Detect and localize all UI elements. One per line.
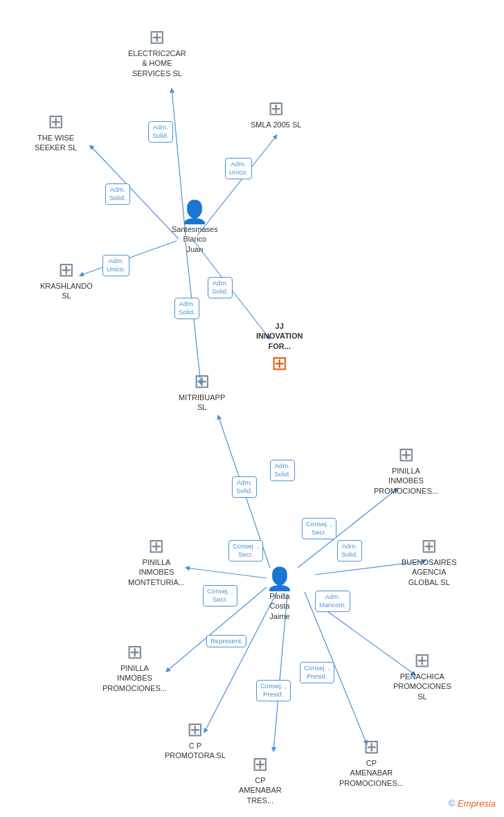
diagram-container: ⊞ ELECTRIC2CAR& HOMESERVICES SL ⊞ SMLA 2… [0, 0, 504, 817]
building-icon-penachica: ⊞ [414, 651, 430, 670]
badge-adm-mancom: Adm.Mancom. [315, 591, 350, 612]
brand-name: Empresia [458, 798, 496, 809]
badge-adm-solid-2: Adm.Solid. [105, 183, 130, 205]
label-cpamenabar-promo: CPAMENABARPROMOCIONES... [339, 758, 404, 788]
copyright-symbol: © [449, 798, 456, 809]
label-pinilla-mont: PINILLAINMOBESMONTETURIA... [128, 557, 185, 587]
building-icon-pinilla-bot: ⊞ [127, 643, 143, 662]
badge-consej-secr-1: Consej. ,Secr. [302, 518, 336, 539]
node-smla2005: ⊞ SMLA 2005 SL [251, 99, 301, 129]
building-icon-cpamenabar-tres: ⊞ [252, 755, 268, 774]
building-icon-electric2car: ⊞ [149, 28, 165, 47]
label-penachica: PEÑACHICAPROMOCIONESSL [393, 672, 451, 701]
building-icon-pinilla-mont: ⊞ [148, 537, 164, 556]
node-santesmases: 👤 SantesmasesBlancoJuan [172, 201, 218, 254]
label-mitribuapp: MITRIBUAPPSL [179, 393, 225, 413]
label-jjinnovation-text: JJINNOVATIONFOR... [256, 321, 303, 351]
label-smla2005: SMLA 2005 SL [251, 120, 301, 129]
badge-consej-secr-2: Consej. ,Secr. [228, 540, 263, 562]
node-mitribuapp: ⊞ MITRIBUAPPSL [179, 372, 225, 413]
badge-represent: Represent. [206, 635, 246, 647]
building-icon-jjinnovation: ⊞ [271, 354, 287, 373]
person-icon-santesmases: 👤 [181, 201, 208, 223]
label-cpamenabar-tres: CPAMENABARTRES... [239, 775, 282, 805]
node-cpamenabar-tres: ⊞ CPAMENABARTRES... [239, 755, 282, 805]
badge-adm-solid-1: Adm.Solid. [148, 121, 173, 143]
label-pinilla-bot: PINILLAINMOBESPROMOCIONES... [102, 663, 167, 693]
building-icon-buenosaires: ⊞ [421, 537, 437, 556]
person-icon-pinillacosta: 👤 [266, 568, 294, 590]
badge-adm-solid-3: Adm.Solid. [208, 277, 233, 298]
badge-adm-solid-6: Adm.Solid. [270, 460, 295, 481]
label-electric2car: ELECTRIC2CAR& HOMESERVICES SL [128, 48, 186, 78]
node-krashlando: ⊞ KRASHLANDOSL [40, 260, 93, 301]
svg-line-8 [186, 568, 267, 578]
node-electric2car: ⊞ ELECTRIC2CAR& HOMESERVICES SL [128, 28, 186, 78]
node-cppromotora: ⊞ C PPROMOTORA SL [165, 720, 226, 761]
badge-adm-solid-5: Adm.Solid. [232, 476, 257, 498]
label-cppromotora: C PPROMOTORA SL [165, 741, 226, 761]
label-pinilla-top: PINILLAINMOBESPROMOCIONES... [374, 466, 438, 496]
svg-line-2 [90, 145, 179, 239]
building-icon-cppromotora: ⊞ [187, 720, 203, 739]
badge-adm-solid-4: Adm.Solid. [174, 298, 199, 319]
badge-consej-secr-3: Consej. ,Secr. [203, 585, 237, 607]
building-icon-pinilla-top: ⊞ [398, 445, 414, 465]
building-icon-thewise: ⊞ [48, 112, 64, 132]
label-santesmases: SantesmasesBlancoJuan [172, 224, 218, 254]
building-icon-smla2005: ⊞ [268, 99, 284, 118]
node-jjinnovation: JJINNOVATIONFOR... ⊞ [256, 320, 303, 373]
node-pinilla-mont: ⊞ PINILLAINMOBESMONTETURIA... [128, 537, 185, 587]
badge-consej-presid-1: Consej. ,Presid. [300, 662, 334, 683]
label-krashlando: KRASHLANDOSL [40, 281, 93, 301]
node-thewise: ⊞ THE WISESEEKER SL [35, 112, 77, 153]
label-thewise: THE WISESEEKER SL [35, 133, 77, 153]
building-icon-krashlando: ⊞ [58, 260, 74, 280]
node-pinilla-bot: ⊞ PINILLAINMOBESPROMOCIONES... [102, 643, 167, 693]
node-buenosaires: ⊞ BUENOSAIRESAGENCIAGLOBAL SL [402, 537, 456, 587]
building-icon-cpamenabar-promo: ⊞ [363, 737, 379, 757]
node-cpamenabar-promo: ⊞ CPAMENABARPROMOCIONES... [339, 737, 404, 788]
node-pinilla-inmobes-top: ⊞ PINILLAINMOBESPROMOCIONES... [374, 445, 438, 496]
building-icon-mitribuapp: ⊞ [194, 372, 210, 391]
node-pinillacosta: 👤 PinillaCostaJaime [266, 568, 294, 621]
badge-consej-presid-2: Consej. ,Presid. [256, 680, 291, 701]
badge-adm-unico-2: Adm.Unico. [102, 255, 129, 276]
label-buenosaires: BUENOSAIRESAGENCIAGLOBAL SL [402, 557, 456, 587]
badge-adm-unico-1: Adm.Unico. [225, 158, 252, 179]
label-pinillacosta: PinillaCostaJaime [269, 591, 289, 621]
watermark: © Empresia [449, 798, 496, 809]
node-penachica: ⊞ PEÑACHICAPROMOCIONESSL [393, 651, 451, 701]
badge-adm-solid-7: Adm.Solid. [337, 540, 362, 562]
